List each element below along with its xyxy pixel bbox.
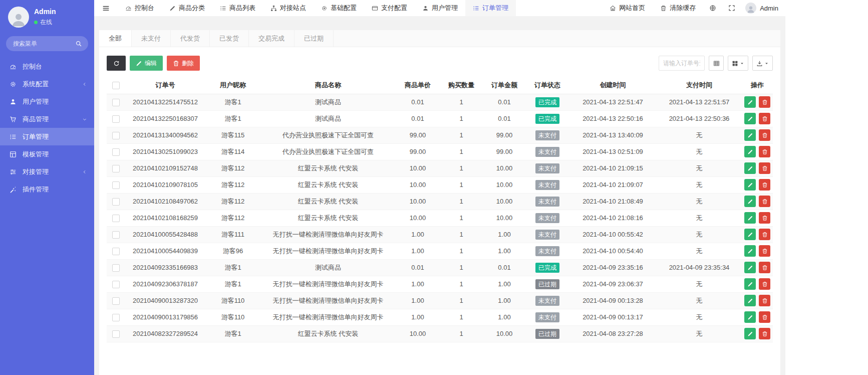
columns-dropdown-button[interactable] (728, 56, 748, 71)
row-delete-button[interactable] (759, 146, 770, 157)
row-checkbox[interactable] (112, 181, 120, 189)
row-edit-button[interactable] (744, 262, 756, 273)
row-delete-button[interactable] (759, 295, 770, 306)
topnav-console[interactable]: 控制台 (118, 0, 162, 16)
cell-checkbox (107, 210, 125, 226)
row-delete-button[interactable] (759, 245, 770, 257)
row-edit-button[interactable] (744, 162, 756, 174)
tab-shipped[interactable]: 已发货 (210, 30, 249, 47)
row-delete-button[interactable] (759, 229, 770, 240)
row-delete-button[interactable] (759, 179, 770, 191)
refresh-button[interactable] (107, 56, 126, 71)
row-delete-button[interactable] (759, 196, 770, 207)
row-delete-button[interactable] (759, 129, 770, 141)
row-checkbox[interactable] (112, 281, 120, 288)
row-delete-button[interactable] (759, 278, 770, 290)
row-edit-button[interactable] (744, 196, 756, 207)
row-checkbox[interactable] (112, 264, 120, 272)
tab-to-ship[interactable]: 代发货 (171, 30, 210, 47)
language-button[interactable] (703, 0, 722, 16)
row-edit-button[interactable] (744, 295, 756, 306)
topnav-payment-config[interactable]: 支付配置 (364, 0, 415, 16)
row-checkbox[interactable] (112, 314, 120, 321)
sidebar-item-order-management[interactable]: 订单管理 (0, 128, 94, 145)
cell-paid-at: 2021-04-13 22:50:36 (657, 110, 742, 127)
row-checkbox[interactable] (112, 99, 120, 106)
row-checkbox[interactable] (112, 248, 120, 255)
row-edit-button[interactable] (744, 113, 756, 124)
row-delete-button[interactable] (759, 328, 770, 339)
gauge-icon (10, 63, 18, 70)
sidebar-menu: 控制台系统配置用户管理商品管理订单管理模板管理对接管理插件管理 (0, 58, 94, 198)
tab-all[interactable]: 全部 (99, 30, 132, 47)
row-edit-button[interactable] (744, 245, 756, 257)
cell-nickname: 游客112 (205, 210, 260, 226)
row-edit-button[interactable] (744, 212, 756, 224)
row-edit-button[interactable] (744, 146, 756, 157)
menu-toggle-button[interactable] (94, 0, 118, 16)
cell-checkbox (107, 94, 125, 110)
tab-completed[interactable]: 交易完成 (249, 30, 295, 47)
row-checkbox[interactable] (112, 148, 120, 156)
row-edit-button[interactable] (744, 311, 756, 323)
pencil-icon (747, 116, 753, 122)
person-icon (746, 5, 755, 14)
row-checkbox[interactable] (112, 297, 120, 305)
topnav-order-management[interactable]: 订单管理 (465, 0, 516, 16)
edit-button[interactable]: 编辑 (130, 56, 163, 71)
row-edit-button[interactable] (744, 328, 756, 339)
row-edit-button[interactable] (744, 179, 756, 191)
sidebar-item-console[interactable]: 控制台 (0, 58, 94, 75)
topnav-dock-site[interactable]: 对接站点 (263, 0, 314, 16)
row-delete-button[interactable] (759, 262, 770, 273)
row-delete-button[interactable] (759, 113, 770, 124)
cell-amount: 10.00 (483, 176, 526, 193)
sidebar-item-dock-management[interactable]: 对接管理 (0, 163, 94, 180)
row-delete-button[interactable] (759, 212, 770, 224)
delete-button[interactable]: 删除 (167, 56, 200, 71)
sidebar-item-label: 商品管理 (23, 115, 82, 124)
table-row: 202104100055428488游客111无打扰一键检测清理微信单向好友周卡… (107, 226, 773, 243)
topnav-label: 商品列表 (229, 4, 255, 13)
row-checkbox[interactable] (112, 165, 120, 172)
card-icon (372, 5, 378, 12)
row-checkbox[interactable] (112, 330, 120, 338)
sidebar-item-plugin-management[interactable]: 插件管理 (0, 180, 94, 198)
cell-product: 无打扰一键检测清理微信单向好友周卡 (260, 276, 396, 292)
tab-unpaid[interactable]: 未支付 (132, 30, 171, 47)
user-menu[interactable]: Admin (741, 0, 785, 16)
topnav-product-list[interactable]: 商品列表 (212, 0, 263, 16)
sidebar-item-system-config[interactable]: 系统配置 (0, 75, 94, 93)
topnav-product-category[interactable]: 商品分类 (162, 0, 212, 16)
topnav-basic-config[interactable]: 基础配置 (314, 0, 364, 16)
fullscreen-button[interactable] (722, 0, 741, 16)
sidebar-item-template-management[interactable]: 模板管理 (0, 145, 94, 163)
row-edit-button[interactable] (744, 129, 756, 141)
home-link[interactable]: 网站首页 (602, 0, 653, 16)
filter-button[interactable] (709, 56, 724, 71)
select-all-checkbox[interactable] (112, 82, 120, 89)
row-edit-button[interactable] (744, 229, 756, 240)
tab-expired[interactable]: 已过期 (295, 30, 334, 47)
row-checkbox[interactable] (112, 231, 120, 239)
cell-unit-price: 99.00 (396, 127, 440, 143)
row-edit-button[interactable] (744, 96, 756, 108)
row-delete-button[interactable] (759, 311, 770, 323)
cell-status: 未支付 (526, 309, 569, 325)
topnav-user-management[interactable]: 用户管理 (415, 0, 465, 16)
cell-paid-at: 无 (657, 210, 742, 226)
sidebar-item-user-management[interactable]: 用户管理 (0, 93, 94, 110)
row-checkbox[interactable] (112, 198, 120, 206)
clear-cache-link[interactable]: 清除缓存 (653, 0, 703, 16)
sidebar-item-product-management[interactable]: 商品管理 (0, 110, 94, 128)
cart-icon (10, 116, 18, 123)
row-edit-button[interactable] (744, 278, 756, 290)
cell-actions (742, 210, 773, 226)
row-delete-button[interactable] (759, 96, 770, 108)
export-dropdown-button[interactable] (752, 56, 773, 71)
row-checkbox[interactable] (112, 132, 120, 139)
row-delete-button[interactable] (759, 162, 770, 174)
row-checkbox[interactable] (112, 115, 120, 123)
row-checkbox[interactable] (112, 215, 120, 222)
order-search-input[interactable] (659, 56, 705, 71)
